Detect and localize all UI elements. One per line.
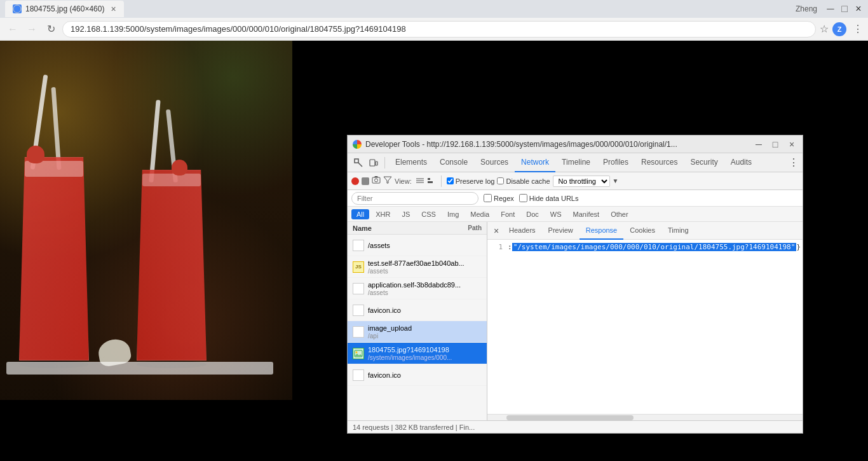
address-input[interactable]: 192.168.1.139:5000/system/images/images/… <box>62 21 816 38</box>
filter-input[interactable] <box>351 192 478 205</box>
devtools-minimize-button[interactable]: ─ <box>753 139 764 150</box>
waterfall-view-button[interactable] <box>427 177 436 186</box>
type-tab-media[interactable]: Media <box>465 209 494 219</box>
horizontal-scrollbar[interactable] <box>487 414 803 420</box>
throttle-select[interactable]: No throttling <box>553 175 610 187</box>
tab-resources[interactable]: Resources <box>635 153 684 172</box>
network-file-list: Name Path /assets JS <box>348 222 487 420</box>
disable-cache-label[interactable]: Disable cache <box>497 177 550 185</box>
resp-tab-response[interactable]: Response <box>580 222 624 240</box>
hide-data-urls-label[interactable]: Hide data URLs <box>519 194 579 202</box>
response-line: 1 :"/system/images/images/000/000/010/or… <box>487 242 803 254</box>
file-list-header: Name Path <box>348 222 487 235</box>
regex-label[interactable]: Regex <box>484 194 514 202</box>
screenshot-button[interactable] <box>372 176 381 186</box>
tab-favicon: J <box>13 4 22 13</box>
resp-tab-cookies[interactable]: Cookies <box>623 222 661 240</box>
statusbar-text: 14 requests | 382 KB transferred | Fin..… <box>353 423 475 431</box>
file-icon <box>353 305 364 316</box>
list-item[interactable]: /assets <box>348 235 487 256</box>
network-toolbar: View: Preserve log Disable cache No <box>348 172 803 190</box>
file-icon <box>353 326 364 338</box>
type-tab-other[interactable]: Other <box>606 209 634 219</box>
file-list-body: /assets JS test.self-877aef30ae1b040ab..… <box>348 235 487 420</box>
browser-menu-button[interactable]: ⋮ <box>853 23 863 35</box>
tab-profiles[interactable]: Profiles <box>597 153 635 172</box>
type-tab-font[interactable]: Font <box>496 209 520 219</box>
scrollbar-thumb[interactable] <box>506 415 634 420</box>
hide-data-urls-checkbox[interactable] <box>519 194 527 202</box>
devtools-titlebar: Developer Tools - http://192.168.1.139:5… <box>348 135 803 153</box>
tab-sources[interactable]: Sources <box>474 153 515 172</box>
devtools-window-controls: ─ □ × <box>753 139 797 150</box>
type-tab-all[interactable]: All <box>351 209 369 219</box>
response-highlighted-text: "/system/images/images/000/000/010/origi… <box>512 243 797 251</box>
device-mode-button[interactable] <box>367 156 381 170</box>
cocktail-photo <box>0 41 292 400</box>
stop-button[interactable] <box>362 177 369 185</box>
list-item[interactable]: application.self-3b8dabdc89... /assets <box>348 278 487 299</box>
preserve-log-checkbox[interactable] <box>447 177 454 184</box>
maximize-button[interactable]: □ <box>840 4 849 13</box>
tab-network[interactable]: Network <box>515 153 555 172</box>
reload-button[interactable]: ↻ <box>43 22 58 37</box>
devtools-nav-tabs: Elements Console Sources Network Timelin… <box>389 153 785 172</box>
devtools-close-button[interactable]: × <box>786 139 797 150</box>
tab-audits[interactable]: Audits <box>724 153 758 172</box>
svg-marker-17 <box>355 354 362 356</box>
more-tools-button[interactable]: ⋮ <box>789 156 799 169</box>
back-button[interactable]: ← <box>5 22 20 37</box>
response-close-button[interactable]: × <box>490 224 503 237</box>
file-icon-js: JS <box>353 261 364 273</box>
list-item[interactable]: JS test.self-877aef30ae1b040ab... /asset… <box>348 256 487 278</box>
resp-tab-headers[interactable]: Headers <box>503 222 542 240</box>
type-tab-xhr[interactable]: XHR <box>370 209 395 219</box>
type-tab-doc[interactable]: Doc <box>521 209 544 219</box>
filter-button[interactable] <box>383 176 392 186</box>
list-view-button[interactable] <box>416 177 424 186</box>
file-info: favicon.ico <box>368 371 401 379</box>
devtools-panels: Name Path /assets JS <box>348 222 803 420</box>
inspect-element-button[interactable] <box>351 156 365 170</box>
type-tab-js[interactable]: JS <box>397 209 415 219</box>
tab-security[interactable]: Security <box>684 153 724 172</box>
devtools-window: Developer Tools - http://192.168.1.139:5… <box>347 135 803 434</box>
file-icon <box>353 240 364 251</box>
devtools-toolbar: Elements Console Sources Network Timelin… <box>348 153 803 172</box>
type-tab-css[interactable]: CSS <box>416 209 441 219</box>
svg-line-3 <box>358 163 362 167</box>
disable-cache-checkbox[interactable] <box>497 177 504 184</box>
main-content: Developer Tools - http://192.168.1.139:5… <box>0 41 868 461</box>
type-tab-manifest[interactable]: Manifest <box>568 209 605 219</box>
forward-button[interactable]: → <box>24 22 39 37</box>
type-tab-img[interactable]: Img <box>442 209 464 219</box>
file-info: image_upload /api <box>368 324 412 340</box>
devtools-maximize-button[interactable]: □ <box>770 139 781 150</box>
tab-timeline[interactable]: Timeline <box>555 153 597 172</box>
resp-tab-preview[interactable]: Preview <box>542 222 580 240</box>
devtools-chrome-icon <box>353 140 362 149</box>
view-label: View: <box>395 177 412 185</box>
preserve-log-label[interactable]: Preserve log <box>447 177 495 185</box>
list-item[interactable]: 1804755.jpg?1469104198 /system/images/im… <box>348 343 487 364</box>
tab-close-button[interactable]: × <box>111 4 116 14</box>
resp-tab-timing[interactable]: Timing <box>661 222 695 240</box>
list-item[interactable]: favicon.ico <box>348 299 487 321</box>
svg-rect-4 <box>370 160 375 166</box>
bookmark-button[interactable]: ☆ <box>820 23 829 35</box>
devtools-title: Developer Tools - http://192.168.1.139:5… <box>365 140 749 149</box>
type-tab-ws[interactable]: WS <box>545 209 567 219</box>
toolbar-separator <box>384 157 385 169</box>
minimize-button[interactable]: ─ <box>826 4 835 13</box>
regex-checkbox[interactable] <box>484 194 492 202</box>
close-button[interactable]: × <box>854 4 863 13</box>
list-item[interactable]: image_upload /api <box>348 321 487 343</box>
tab-console[interactable]: Console <box>433 153 474 172</box>
profile-avatar[interactable]: Z <box>832 22 846 36</box>
tab-elements[interactable]: Elements <box>389 153 433 172</box>
record-button[interactable] <box>351 177 359 185</box>
file-info: favicon.ico <box>368 306 401 314</box>
list-item[interactable]: favicon.ico <box>348 364 487 386</box>
browser-tab[interactable]: J 1804755.jpg (460×460) × <box>5 1 124 17</box>
svg-text:J: J <box>15 7 17 11</box>
